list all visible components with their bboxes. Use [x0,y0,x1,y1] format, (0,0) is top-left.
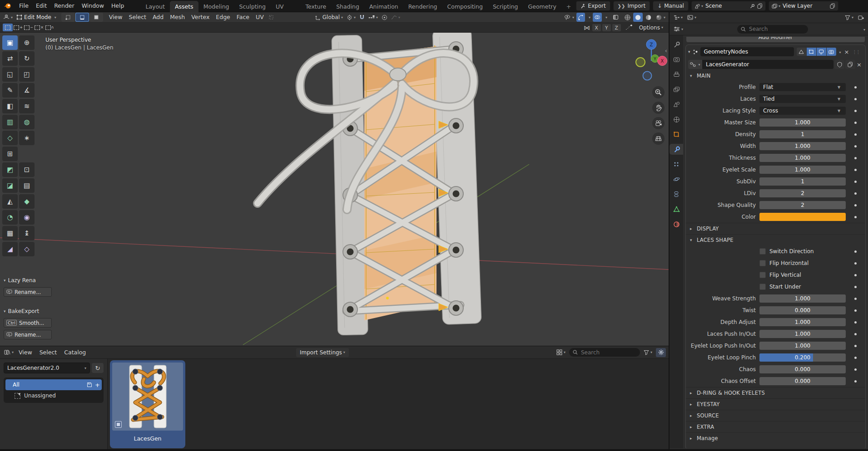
tool-button[interactable]: ◩ [2,162,18,177]
select-subtract-button[interactable]: − [24,24,34,31]
face-select-button[interactable] [89,13,103,22]
viewport-menu-item[interactable]: Vertex [188,12,213,22]
parameter-control[interactable]: 1 ▼ [759,130,846,138]
tool-button[interactable]: ∗ [19,131,35,145]
shading-wireframe-button[interactable] [623,13,632,22]
rename-button[interactable]: Rename... [4,287,52,297]
section-laces-shape[interactable]: ▾LACES SHAPE [686,234,865,245]
camera-view-button[interactable] [652,117,665,129]
workspace-tab[interactable]: Geometry Nodes [523,1,561,12]
new-scene-icon[interactable] [757,3,763,9]
refresh-library-button[interactable]: ↻ [92,363,104,373]
asset-grid[interactable]: LacesGen [108,359,669,450]
orthographic-grid-button[interactable] [652,132,665,145]
add-modifier-button[interactable]: Add Modifier [686,37,865,42]
parameter-control[interactable]: Switch Direction ▼ [759,247,846,255]
new-view-layer-icon[interactable] [830,3,835,9]
realtime-display-toggle[interactable] [817,48,826,56]
workspace-tab[interactable]: Rendering [403,1,442,12]
parameter-control[interactable]: 1.000 ▼ [759,154,846,162]
edge-select-button[interactable] [75,13,89,22]
parameter-control[interactable]: 2 ▼ [759,189,846,197]
asset-search-input[interactable] [580,349,636,356]
view-layer-selector[interactable]: View Layer [769,1,838,11]
drag-handle-icon[interactable]: ⋮⋮ [852,49,859,54]
overlays-dropdown[interactable] [603,13,609,22]
cage-display-toggle[interactable] [807,48,816,56]
parameter-control[interactable]: 0.000 ▼ [759,365,846,373]
checkbox[interactable] [759,248,766,255]
asset-selected-flag-icon[interactable] [115,421,122,428]
menu-item[interactable]: Render [50,0,78,12]
parameter-control[interactable]: Flat ▼ [759,83,846,91]
checkbox[interactable] [759,284,766,290]
tool-button[interactable]: ⊞ [2,147,18,161]
render-display-toggle[interactable] [827,48,836,56]
tool-button[interactable]: ▤ [19,178,35,193]
workspace-tab[interactable]: + [561,1,576,12]
tab-object[interactable] [670,129,683,140]
parameter-control[interactable]: 2 ▼ [759,201,846,209]
section-display[interactable]: ▸DISPLAY [686,223,865,234]
tool-button[interactable]: ↻ [19,51,35,66]
outliner-display-mode-button[interactable] [672,13,684,22]
animate-dot[interactable] [846,86,865,88]
tool-button[interactable]: ◇ [2,131,18,145]
vertex-select-button[interactable] [61,13,75,22]
section-main[interactable]: ▾MAIN [686,70,865,81]
asset-menu-item[interactable]: View [15,347,36,358]
parameter-control[interactable]: 1.000 ▼ [759,118,846,127]
tool-button[interactable]: ◔ [2,210,18,225]
zoom-button[interactable] [652,86,665,98]
collapsed-section-header[interactable]: ▸ EYESTAY [686,398,865,410]
asset-search[interactable] [569,348,640,357]
tool-button[interactable]: ◰ [19,67,35,82]
parameter-control[interactable]: 0.000 ▼ [759,306,846,314]
shading-material-button[interactable] [644,13,653,22]
tool-button[interactable]: ⊕ [19,35,35,50]
save-catalog-icon[interactable] [87,382,92,387]
parameter-control[interactable]: 1 ▼ [759,177,846,186]
manual-button[interactable]: ↓ Manual [653,1,689,11]
uv-sync-icon[interactable] [267,13,275,22]
modifier-extras-dropdown[interactable] [838,49,841,55]
tab-physics[interactable] [670,174,683,185]
snap-target-dropdown[interactable] [367,13,379,22]
shading-rendered-button[interactable] [654,13,667,22]
xray-toggle[interactable] [611,13,620,22]
catalog-item-all[interactable]: All + [5,379,102,390]
tool-button[interactable]: ▥ [2,115,18,129]
tool-button[interactable]: ◆ [19,194,35,209]
gizmos-toggle[interactable] [576,13,585,22]
outliner-funnel-button[interactable] [843,13,855,22]
tool-button[interactable]: ◭ [2,194,18,209]
workspace-tab[interactable]: Modeling [198,1,234,12]
select-extend-button[interactable]: + [13,24,23,31]
copy-node-group-button[interactable] [845,60,855,69]
visibility-dropdown[interactable] [563,13,575,22]
asset-menu-item[interactable]: Select [36,347,61,358]
properties-search-input[interactable] [748,25,804,33]
animate-dot[interactable] [846,262,865,265]
select-intersect-button[interactable]: ∩ [45,24,55,31]
tool-button[interactable]: ✎ [2,83,18,98]
pivot-point-dropdown[interactable] [345,13,357,22]
animate-dot[interactable] [846,133,865,136]
animate-dot[interactable] [846,145,865,147]
display-size-dropdown[interactable] [555,348,567,357]
animate-dot[interactable] [846,192,865,195]
orientation-dropdown[interactable]: Global [313,13,344,22]
tab-particles[interactable] [670,159,683,170]
tab-scene[interactable] [670,99,683,110]
collapsed-section-header[interactable]: ▸ Manage [686,432,865,444]
animate-dot[interactable] [846,98,865,100]
animate-dot[interactable] [846,204,865,206]
properties-search[interactable] [737,25,808,34]
tool-button[interactable]: ⇄ [2,51,18,66]
select-invert-button[interactable]: × [34,24,44,31]
import-settings-dropdown[interactable]: Import Settings [296,348,349,357]
tool-button[interactable]: ∡ [19,83,35,98]
node-group-browse-button[interactable] [688,60,702,69]
scene-selector[interactable]: Scene [691,1,766,11]
animate-dot[interactable] [846,122,865,124]
